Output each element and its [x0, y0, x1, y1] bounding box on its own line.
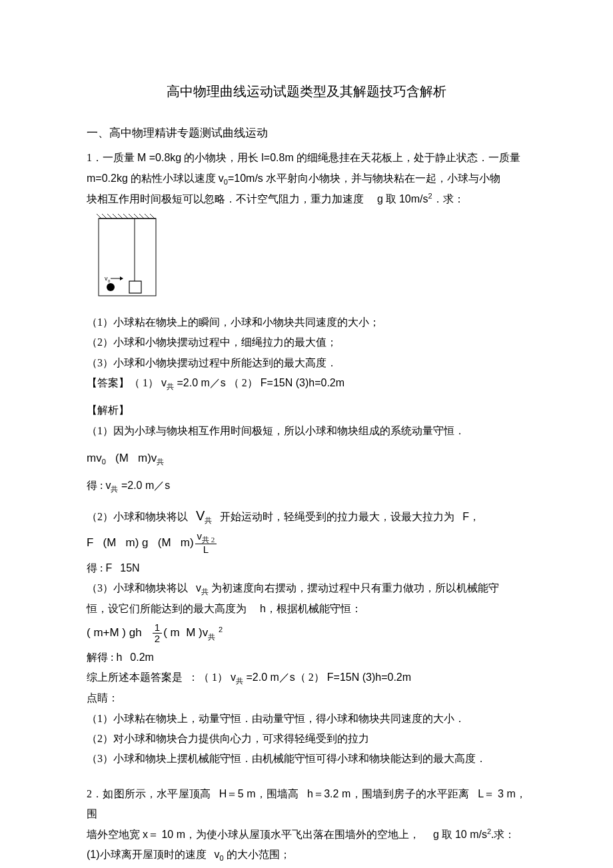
den: 2 — [153, 634, 162, 645]
svg-line-10 — [145, 214, 149, 218]
summary: 综上所述本题答案是 ：（ 1） v共 =2.0 m／s（ 2） F=15N (3… — [87, 667, 526, 688]
document-page: 高中物理曲线运动试题类型及其解题技巧含解析 一、高中物理精讲专题测试曲线运动 1… — [0, 0, 613, 868]
svg-line-8 — [134, 214, 139, 218]
val: F=15N (3)h=0.2m — [261, 377, 344, 388]
text: 小球离开屋顶时的速度 — [100, 849, 207, 860]
analysis-3a: （3）小球和物块将以 v共 为初速度向右摆动，摆动过程中只有重力做功，所以机械能… — [87, 578, 526, 599]
hint-3: （3）小球和物块上摆机械能守恒．由机械能守恒可得小球和物块能达到的最大高度． — [87, 749, 526, 769]
sub: 共 — [205, 516, 212, 524]
text: ，围墙高 — [256, 788, 299, 799]
svg-line-11 — [150, 214, 155, 218]
var-F: F — [462, 511, 469, 522]
svg-line-2 — [102, 214, 107, 218]
var-g: g — [433, 829, 439, 840]
num: 1 — [153, 622, 162, 634]
text: （2）小球和物块将以 — [87, 511, 188, 522]
val: 15N — [120, 562, 139, 574]
val-H: H＝5 m — [219, 788, 256, 799]
q1-stem-line1: 1．一质量 M =0.8kg 的小物块，用长 l=0.8m 的细绳悬挂在天花板上… — [87, 148, 526, 168]
val: =2.0 m／s — [243, 671, 295, 683]
q1-sub3: （3）小球和小物块摆动过程中所能达到的最大高度． — [87, 353, 526, 373]
term: F — [87, 536, 93, 549]
q2-sub2: (2)小球落在空地上的最小速度． — [87, 865, 526, 868]
text: 综上所述本题答案是 — [87, 671, 183, 683]
num-v: v — [197, 530, 203, 542]
fraction: v共 2L — [195, 531, 217, 556]
val-x: x＝ 10 m — [143, 829, 185, 840]
var: v — [196, 582, 201, 594]
result-1: 得 : v共 =2.0 m／s — [87, 476, 526, 496]
text: （ 2） — [226, 377, 261, 388]
term: (M — [103, 536, 117, 549]
var: h — [116, 651, 122, 663]
text: 开始运动时，轻绳受到的拉力最大，设最大拉力为 — [220, 511, 454, 522]
formula-momentum: mv0 (M m)v共 — [87, 448, 526, 469]
val-h: h＝3.2 m — [307, 788, 350, 799]
hint-2: （2）对小球和物块合力提供向心力，可求得轻绳受到的拉力 — [87, 729, 526, 749]
val: =2.0 m／s — [118, 480, 170, 491]
svg-line-4 — [113, 214, 117, 218]
term: ( m — [163, 626, 180, 639]
val-g: 10 m/s — [455, 829, 487, 840]
svg-marker-19 — [120, 276, 123, 280]
svg-line-9 — [139, 214, 144, 218]
sub: 共 — [236, 677, 243, 685]
hint-1: （1）小球粘在物块上，动量守恒．由动量守恒，得小球和物块共同速度的大小． — [87, 709, 526, 729]
pendulum-diagram: v 0 — [87, 213, 526, 306]
text: 墙外空地宽 — [87, 829, 143, 840]
svg-rect-14 — [129, 281, 141, 293]
var: F — [105, 562, 112, 574]
text: （ 2） — [295, 671, 327, 683]
text: ， — [469, 511, 480, 522]
term: m)v — [138, 452, 157, 464]
num-sub: 共 2 — [202, 536, 215, 544]
term: m) — [181, 536, 194, 549]
sub: 共 — [201, 588, 209, 596]
svg-line-1 — [97, 214, 101, 218]
var: v — [231, 671, 236, 683]
var-m: m=0.2kg — [87, 173, 128, 184]
svg-line-7 — [129, 214, 133, 218]
result-3: 解得 : h 0.2m — [87, 648, 526, 667]
q1-sub1: （1）小球粘在物块上的瞬间，小球和小物块共同速度的大小； — [87, 312, 526, 332]
val-L: L＝ 3 m — [478, 788, 516, 799]
text: ，围墙到房子的水平距离 — [350, 788, 469, 799]
sub: 共 — [208, 633, 215, 641]
val: 0.2m — [130, 651, 154, 663]
val-g: 10m/s — [399, 193, 428, 205]
q2-line2: 墙外空地宽 x＝ 10 m，为使小球从屋顶水平飞出落在围墙外的空地上， g 取 … — [87, 825, 526, 845]
svg-line-3 — [107, 214, 112, 218]
text: （ 1） — [129, 377, 161, 388]
val-v0: =10m/s — [228, 173, 263, 184]
svg-rect-12 — [99, 218, 156, 296]
analysis-1: （1）因为小球与物块相互作用时间极短，所以小球和物块组成的系统动量守恒． — [87, 421, 526, 441]
text: 的粘性小球以速度 — [128, 173, 219, 184]
svg-line-5 — [118, 214, 123, 218]
text: ，为使小球从屋顶水平飞出落在围墙外的空地上， — [185, 829, 420, 840]
var-l: l=0.8m — [261, 152, 293, 163]
var-g: g — [377, 193, 383, 205]
text: 1．一质量 — [87, 152, 137, 163]
q1-stem-line3: 块相互作用时间极短可以忽略．不计空气阻力，重力加速度 g 取 10m/s2．求： — [87, 189, 526, 210]
den: L — [195, 544, 217, 556]
var-h: h — [260, 603, 266, 614]
section-heading: 一、高中物理精讲专题测试曲线运动 — [87, 123, 526, 144]
term: mv — [87, 452, 102, 464]
var-v: v — [219, 173, 224, 184]
term: ( m+M ) gh — [87, 626, 142, 639]
text: .求： — [491, 829, 515, 840]
text: 的小物块，用长 — [181, 152, 261, 163]
text: 的大小范围； — [224, 849, 291, 860]
sub: 共 — [157, 458, 164, 466]
analysis-label: 【解析】 — [87, 400, 526, 420]
q2-sub1: (1)小球离开屋顶时的速度 v0 的大小范围； — [87, 845, 526, 865]
text: 块相互作用时间极短可以忽略．不计空气阻力，重力加速度 — [87, 193, 364, 205]
page-title: 高中物理曲线运动试题类型及其解题技巧含解析 — [87, 79, 526, 104]
text: 恒，设它们所能达到的最大高度为 — [87, 603, 247, 614]
svg-point-15 — [107, 283, 115, 291]
text: 取 — [383, 193, 399, 205]
term: M )v — [186, 626, 208, 639]
val: =2.0 m／s — [174, 377, 226, 388]
text: 水平射向小物块，并与物块粘在一起，小球与小物 — [263, 173, 500, 184]
answer-line: 【答案】（ 1） v共 =2.0 m／s （ 2） F=15N (3)h=0.2… — [87, 373, 526, 394]
